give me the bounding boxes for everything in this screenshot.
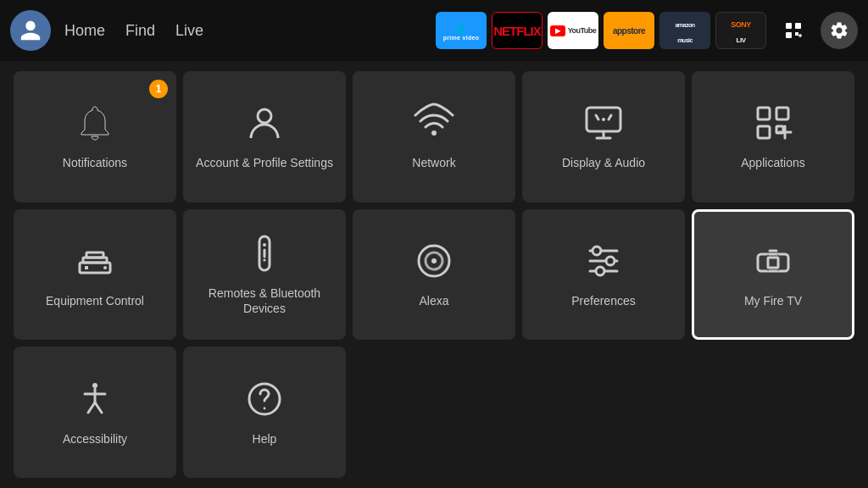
svg-rect-3: [795, 32, 798, 36]
user-avatar[interactable]: [10, 10, 51, 51]
alexa-label: Alexa: [412, 293, 455, 308]
youtube-icon[interactable]: ▶ YouTube: [548, 12, 598, 49]
svg-point-7: [431, 130, 437, 136]
settings-button[interactable]: [821, 12, 858, 49]
prime-video-icon[interactable]: prime video: [436, 12, 487, 49]
svg-line-43: [95, 402, 102, 413]
notifications-label: Notifications: [56, 155, 134, 170]
bell-icon: [75, 103, 115, 147]
netflix-icon[interactable]: NETFLIX: [492, 12, 542, 49]
sliders-icon: [583, 241, 624, 285]
account-profile-tile[interactable]: Account & Profile Settings: [183, 71, 346, 202]
network-label: Network: [405, 155, 462, 170]
display-icon: [583, 103, 624, 147]
equipment-control-tile[interactable]: Equipment Control: [14, 209, 176, 341]
help-label: Help: [246, 431, 284, 446]
accessibility-label: Accessibility: [56, 431, 134, 446]
my-fire-tv-tile[interactable]: My Fire TV: [692, 209, 854, 341]
svg-point-20: [103, 266, 107, 269]
equipment-control-label: Equipment Control: [39, 293, 151, 308]
svg-point-32: [606, 257, 615, 265]
alexa-tile[interactable]: Alexa: [353, 209, 515, 341]
svg-rect-1: [795, 23, 801, 29]
wifi-icon: [414, 103, 454, 147]
nav-links: Home Find Live: [64, 22, 203, 40]
svg-point-31: [593, 247, 601, 255]
svg-point-45: [264, 407, 266, 409]
svg-rect-2: [786, 32, 792, 38]
svg-point-33: [596, 267, 604, 275]
appstore-icon[interactable]: appstore: [604, 12, 654, 49]
all-apps-button[interactable]: [775, 12, 812, 49]
notifications-tile[interactable]: 1 Notifications: [14, 71, 176, 202]
help-tile[interactable]: Help: [183, 347, 346, 478]
svg-point-22: [263, 243, 266, 247]
nav-live[interactable]: Live: [175, 22, 203, 40]
svg-point-39: [92, 383, 97, 388]
accessibility-tile[interactable]: Accessibility: [14, 347, 176, 478]
nav-home[interactable]: Home: [64, 22, 105, 40]
preferences-tile[interactable]: Preferences: [522, 209, 685, 341]
network-tile[interactable]: Network: [353, 71, 515, 202]
accessibility-icon: [75, 379, 115, 423]
settings-grid: 1 Notifications Account & Profile Settin…: [0, 61, 868, 488]
notification-badge: 1: [149, 80, 168, 98]
app-icons-bar: prime video NETFLIX ▶ YouTube appstore a…: [436, 12, 858, 49]
fire-tv-icon: [753, 241, 793, 285]
sony-liv-icon[interactable]: SONYLIV: [715, 12, 766, 49]
top-navigation: Home Find Live prime video NETFLIX ▶ You…: [0, 0, 868, 61]
remote-icon: [244, 233, 285, 277]
amazon-music-icon[interactable]: amazonmusic: [659, 12, 710, 49]
remotes-bluetooth-label: Remotes & Bluetooth Devices: [183, 286, 346, 316]
applications-tile[interactable]: Applications: [692, 71, 854, 202]
apps-icon: [753, 103, 793, 147]
preferences-label: Preferences: [565, 293, 642, 308]
nav-find[interactable]: Find: [125, 22, 155, 40]
svg-point-24: [263, 258, 265, 261]
my-fire-tv-label: My Fire TV: [737, 293, 809, 308]
svg-point-6: [258, 109, 271, 123]
account-profile-label: Account & Profile Settings: [189, 155, 340, 170]
account-icon: [244, 103, 285, 147]
svg-rect-37: [768, 258, 778, 268]
svg-rect-10: [758, 108, 770, 119]
svg-rect-12: [758, 126, 770, 138]
remotes-bluetooth-tile[interactable]: Remotes & Bluetooth Devices: [183, 209, 346, 341]
applications-label: Applications: [734, 155, 812, 170]
svg-point-9: [602, 118, 605, 121]
svg-rect-18: [86, 252, 103, 258]
equipment-icon: [75, 241, 115, 285]
display-audio-tile[interactable]: Display & Audio: [522, 71, 685, 202]
svg-rect-11: [776, 108, 788, 119]
svg-rect-0: [786, 23, 792, 29]
svg-line-42: [88, 402, 95, 413]
help-icon: [244, 379, 285, 423]
alexa-icon: [414, 241, 454, 285]
svg-point-27: [431, 258, 437, 263]
display-audio-label: Display & Audio: [555, 155, 652, 170]
